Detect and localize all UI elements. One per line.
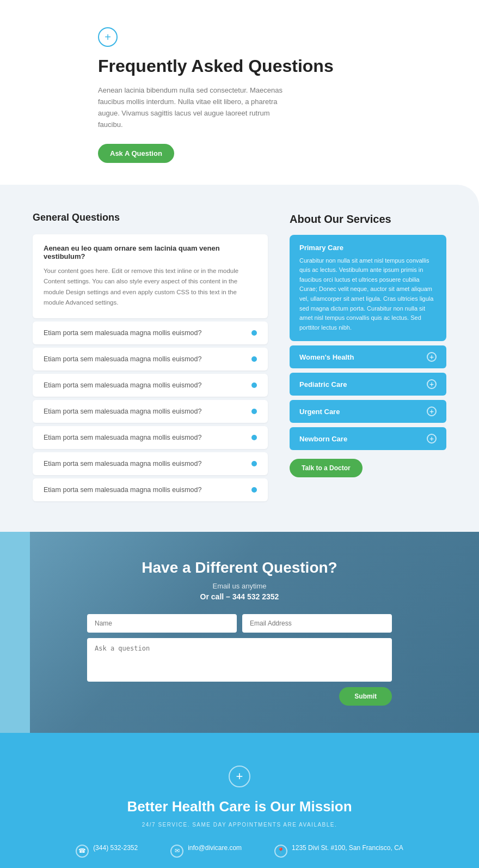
faq-item-text: Etiam porta sem malesuada magna mollis e… [44, 355, 201, 363]
faq-dot-icon [251, 461, 257, 466]
services-title: About Our Services [290, 212, 446, 226]
faq-item[interactable]: Etiam porta sem malesuada magna mollis e… [33, 452, 268, 475]
faq-dot-icon [251, 330, 257, 336]
footer-subtitle: 24/7 SERVICE. SAME DAY APPOINTMENTS ARE … [33, 822, 446, 828]
contact-inner: Have a Different Question? Email us anyt… [0, 532, 479, 733]
faq-item-text: Etiam porta sem malesuada magna mollis e… [44, 486, 201, 494]
contact-subtitle: Email us anytime [11, 582, 468, 590]
faq-item-text: Etiam porta sem malesuada magna mollis e… [44, 460, 201, 468]
faq-dot-icon [251, 435, 257, 440]
faq-section-title: General Questions [33, 212, 268, 223]
womens-health-button[interactable]: Women's Health + [290, 345, 446, 368]
footer-contacts: ☎ (344) 532-2352 ✉ info@divicare.com 📍 1… [33, 844, 446, 858]
hero-desc: Aenean lacinia bibendum nulla sed consec… [98, 85, 294, 130]
newborn-care-button[interactable]: Newborn Care + [290, 427, 446, 450]
contact-title: Have a Different Question? [11, 559, 468, 576]
contact-name-email-row [87, 614, 392, 633]
name-input[interactable] [87, 614, 237, 633]
faq-item[interactable]: Etiam porta sem malesuada magna mollis e… [33, 348, 268, 371]
faq-item[interactable]: Etiam porta sem malesuada magna mollis e… [33, 374, 268, 397]
pediatric-care-label: Pediatric Care [299, 380, 347, 389]
question-textarea[interactable] [87, 638, 392, 682]
pediatric-care-button[interactable]: Pediatric Care + [290, 373, 446, 396]
footer-icon: + [229, 766, 250, 787]
footer-email-item: ✉ info@divicare.com [170, 844, 242, 858]
footer-address-item: 📍 1235 Divi St. #100, San Francisco, CA [274, 844, 403, 858]
footer-phone-item: ☎ (344) 532-2352 [76, 844, 138, 858]
contact-section: Have a Different Question? Email us anyt… [0, 532, 479, 733]
plus-icon: + [427, 379, 437, 389]
talk-to-doctor-button[interactable]: Talk to a Doctor [290, 459, 363, 477]
email-icon: ✉ [170, 845, 183, 858]
faq-dot-icon [251, 356, 257, 362]
plus-icon: + [427, 406, 437, 416]
faq-dot-icon [251, 487, 257, 493]
hero-section: + Frequently Asked Questions Aenean laci… [0, 0, 479, 185]
contact-form: Submit [87, 614, 392, 706]
plus-icon: + [427, 434, 437, 444]
primary-care-title: Primary Care [299, 244, 437, 252]
faq-item-text: Etiam porta sem malesuada magna mollis e… [44, 381, 201, 389]
submit-button[interactable]: Submit [339, 687, 392, 706]
location-icon: 📍 [274, 845, 287, 858]
faq-item[interactable]: Etiam porta sem malesuada magna mollis e… [33, 426, 268, 449]
faq-item-text: Etiam porta sem malesuada magna mollis e… [44, 434, 201, 441]
urgent-care-button[interactable]: Urgent Care + [290, 400, 446, 423]
ask-question-button[interactable]: Ask A Question [98, 144, 174, 163]
faq-expanded-answer: Your content goes here. Edit or remove t… [44, 266, 257, 308]
faq-left: General Questions Aenean eu leo quam orn… [33, 212, 268, 505]
faq-item-text: Etiam porta sem malesuada magna mollis e… [44, 329, 201, 337]
services-panel: About Our Services Primary Care Curabitu… [290, 212, 446, 505]
faq-item[interactable]: Etiam porta sem malesuada magna mollis e… [33, 478, 268, 501]
faq-expanded-item: Aenean eu leo quam ornare sem lacinia qu… [33, 234, 268, 318]
faq-item-text: Etiam porta sem malesuada magna mollis e… [44, 408, 201, 415]
footer-title: Better Health Care is Our Mission [33, 798, 446, 815]
urgent-care-label: Urgent Care [299, 408, 340, 416]
footer-section: + Better Health Care is Our Mission 24/7… [0, 733, 479, 868]
primary-care-desc: Curabitur non nulla sit amet nisl tempus… [299, 256, 437, 333]
newborn-care-label: Newborn Care [299, 435, 347, 443]
faq-section: General Questions Aenean eu leo quam orn… [0, 185, 479, 532]
contact-phone: Or call – 344 532 2352 [11, 592, 468, 601]
womens-health-label: Women's Health [299, 353, 354, 361]
phone-icon: ☎ [76, 845, 89, 858]
primary-care-card: Primary Care Curabitur non nulla sit ame… [290, 235, 446, 342]
footer-phone-text: (344) 532-2352 [93, 844, 138, 852]
plus-icon: + [427, 352, 437, 362]
email-input[interactable] [242, 614, 392, 633]
faq-dot-icon [251, 409, 257, 414]
faq-dot-icon [251, 383, 257, 388]
hero-icon: + [98, 27, 118, 47]
footer-email-text: info@divicare.com [188, 844, 242, 852]
faq-item[interactable]: Etiam porta sem malesuada magna mollis e… [33, 321, 268, 344]
hero-title: Frequently Asked Questions [98, 56, 381, 76]
faq-expanded-question: Aenean eu leo quam ornare sem lacinia qu… [44, 244, 257, 260]
faq-item[interactable]: Etiam porta sem malesuada magna mollis e… [33, 400, 268, 423]
footer-address-text: 1235 Divi St. #100, San Francisco, CA [292, 844, 403, 852]
